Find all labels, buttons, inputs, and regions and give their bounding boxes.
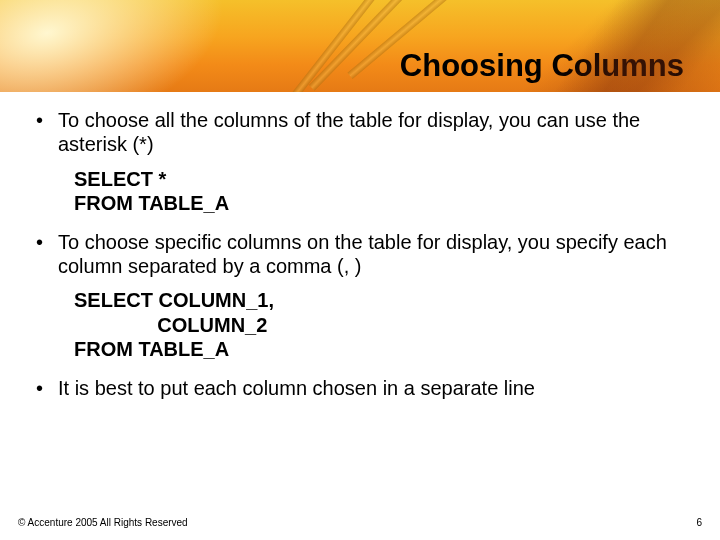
bullet-text: It is best to put each column chosen in … xyxy=(58,377,535,399)
decorative-pencil xyxy=(309,0,426,91)
bullet-item: To choose all the columns of the table f… xyxy=(28,108,692,157)
bullet-item: It is best to put each column chosen in … xyxy=(28,376,692,400)
decorative-pencil xyxy=(347,0,475,79)
header-banner: Choosing Columns xyxy=(0,0,720,92)
decorative-pencil xyxy=(281,0,386,92)
code-block-select-columns: SELECT COLUMN_1, COLUMN_2 FROM TABLE_A xyxy=(74,288,692,361)
slide-title: Choosing Columns xyxy=(400,48,684,84)
slide-content: To choose all the columns of the table f… xyxy=(0,92,720,400)
bullet-text: To choose all the columns of the table f… xyxy=(58,109,640,155)
footer-copyright: © Accenture 2005 All Rights Reserved xyxy=(18,517,188,528)
bullet-text: To choose specific columns on the table … xyxy=(58,231,667,277)
code-block-select-all: SELECT * FROM TABLE_A xyxy=(74,167,692,216)
page-number: 6 xyxy=(696,517,702,528)
bullet-item: To choose specific columns on the table … xyxy=(28,230,692,279)
